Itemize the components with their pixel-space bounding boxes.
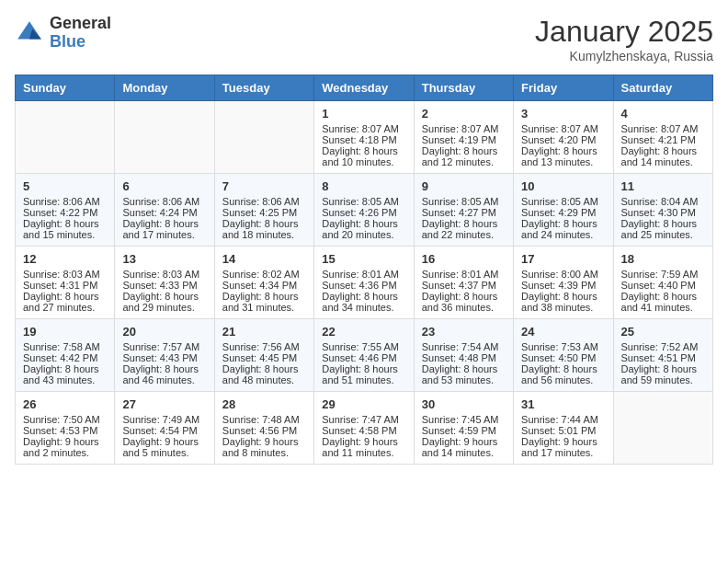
calendar-week-row: 12Sunrise: 8:03 AMSunset: 4:31 PMDayligh… [16,247,713,319]
day-content-line: and 14 minutes. [422,447,506,458]
day-number: 23 [422,325,506,339]
day-content-line: Sunrise: 8:01 AM [322,269,405,280]
day-number: 24 [521,325,605,339]
calendar-cell: 16Sunrise: 8:01 AMSunset: 4:37 PMDayligh… [414,247,513,319]
day-content-line: Daylight: 8 hours [422,218,506,229]
day-content-line: Sunrise: 7:58 AM [23,341,107,352]
day-content-line: Sunset: 4:20 PM [521,134,605,145]
calendar-week-row: 26Sunrise: 7:50 AMSunset: 4:53 PMDayligh… [16,392,713,465]
day-content-line: and 48 minutes. [222,374,306,385]
calendar-cell [16,101,115,174]
day-content-line: Sunset: 4:56 PM [222,425,306,436]
day-content-line: Sunrise: 8:06 AM [222,196,306,207]
day-content-line: Daylight: 8 hours [322,291,405,302]
day-content-line: Sunrise: 7:55 AM [322,341,405,352]
calendar-cell: 30Sunrise: 7:45 AMSunset: 4:59 PMDayligh… [414,392,513,465]
day-content-line: and 59 minutes. [621,374,705,385]
day-number: 6 [122,179,206,193]
day-content-line: Sunset: 4:33 PM [122,280,206,291]
day-number: 15 [322,252,405,266]
day-content-line: Sunrise: 8:05 AM [422,196,506,207]
calendar-cell: 25Sunrise: 7:52 AMSunset: 4:51 PMDayligh… [613,319,712,392]
calendar-cell: 10Sunrise: 8:05 AMSunset: 4:29 PMDayligh… [514,174,613,247]
day-content-line: and 53 minutes. [422,374,506,385]
day-content-line: Sunrise: 7:53 AM [521,341,605,352]
calendar-cell: 11Sunrise: 8:04 AMSunset: 4:30 PMDayligh… [613,174,712,247]
day-content-line: Sunset: 4:26 PM [322,207,405,218]
calendar-cell: 7Sunrise: 8:06 AMSunset: 4:25 PMDaylight… [214,174,313,247]
day-content-line: Daylight: 8 hours [621,145,705,156]
day-content-line: Sunrise: 8:03 AM [122,269,206,280]
day-content-line: Sunrise: 8:07 AM [521,123,605,134]
day-content-line: Daylight: 9 hours [322,436,405,447]
day-content-line: Daylight: 9 hours [122,436,206,447]
day-content-line: Sunrise: 7:59 AM [621,269,705,280]
day-content-line: Sunset: 4:27 PM [422,207,506,218]
calendar-cell: 22Sunrise: 7:55 AMSunset: 4:46 PMDayligh… [314,319,414,392]
day-content-line: Daylight: 8 hours [521,145,605,156]
day-content-line: and 2 minutes. [23,447,107,458]
calendar-cell: 15Sunrise: 8:01 AMSunset: 4:36 PMDayligh… [314,247,414,319]
logo: General Blue [15,15,111,52]
day-content-line: and 41 minutes. [621,302,705,313]
calendar-cell: 26Sunrise: 7:50 AMSunset: 4:53 PMDayligh… [16,392,115,465]
day-content-line: Daylight: 8 hours [521,291,605,302]
calendar-week-row: 1Sunrise: 8:07 AMSunset: 4:18 PMDaylight… [16,101,713,174]
day-number: 7 [222,179,306,193]
day-content-line: Sunset: 4:59 PM [422,425,506,436]
day-content-line: Sunrise: 7:47 AM [322,414,405,425]
day-content-line: and 31 minutes. [222,302,306,313]
day-content-line: Daylight: 8 hours [322,145,405,156]
calendar-cell: 1Sunrise: 8:07 AMSunset: 4:18 PMDaylight… [314,101,414,174]
day-content-line: Sunrise: 7:54 AM [422,341,506,352]
day-number: 18 [621,252,705,266]
day-content-line: and 22 minutes. [422,229,506,240]
day-content-line: Sunset: 4:18 PM [322,134,405,145]
calendar-cell: 29Sunrise: 7:47 AMSunset: 4:58 PMDayligh… [314,392,414,465]
day-content-line: and 13 minutes. [521,156,605,167]
day-number: 27 [122,397,206,411]
calendar-cell: 13Sunrise: 8:03 AMSunset: 4:33 PMDayligh… [115,247,214,319]
day-number: 17 [521,252,605,266]
day-content-line: Sunset: 4:48 PM [422,352,506,363]
day-content-line: Sunset: 4:30 PM [621,207,705,218]
day-content-line: Daylight: 8 hours [621,291,705,302]
day-content-line: Sunset: 4:25 PM [222,207,306,218]
day-content-line: Daylight: 8 hours [621,363,705,374]
day-number: 16 [422,252,506,266]
day-content-line: Sunrise: 8:01 AM [422,269,506,280]
weekday-header-monday: Monday [115,75,214,101]
logo-text: General Blue [50,15,111,52]
calendar-week-row: 19Sunrise: 7:58 AMSunset: 4:42 PMDayligh… [16,319,713,392]
calendar-cell: 31Sunrise: 7:44 AMSunset: 5:01 PMDayligh… [514,392,613,465]
day-content-line: Daylight: 8 hours [422,145,506,156]
day-content-line: Sunset: 4:58 PM [322,425,405,436]
calendar-cell: 3Sunrise: 8:07 AMSunset: 4:20 PMDaylight… [514,101,613,174]
day-content-line: Daylight: 8 hours [521,218,605,229]
day-number: 20 [122,325,206,339]
day-content-line: Daylight: 8 hours [222,291,306,302]
calendar-cell: 6Sunrise: 8:06 AMSunset: 4:24 PMDaylight… [115,174,214,247]
day-number: 31 [521,397,605,411]
day-content-line: and 17 minutes. [122,229,206,240]
day-content-line: Daylight: 9 hours [222,436,306,447]
logo-blue: Blue [50,32,85,51]
calendar-cell: 19Sunrise: 7:58 AMSunset: 4:42 PMDayligh… [16,319,115,392]
day-content-line: Sunset: 4:42 PM [23,352,107,363]
day-number: 21 [222,325,306,339]
day-number: 3 [521,107,605,121]
calendar-cell: 9Sunrise: 8:05 AMSunset: 4:27 PMDaylight… [414,174,513,247]
day-content-line: and 46 minutes. [122,374,206,385]
calendar-cell: 27Sunrise: 7:49 AMSunset: 4:54 PMDayligh… [115,392,214,465]
weekday-header-row: SundayMondayTuesdayWednesdayThursdayFrid… [16,75,713,101]
calendar-cell: 5Sunrise: 8:06 AMSunset: 4:22 PMDaylight… [16,174,115,247]
weekday-header-sunday: Sunday [16,75,115,101]
day-content-line: Sunset: 4:29 PM [521,207,605,218]
day-content-line: Sunset: 4:45 PM [222,352,306,363]
weekday-header-thursday: Thursday [414,75,513,101]
day-number: 25 [621,325,705,339]
day-number: 13 [122,252,206,266]
day-content-line: Sunrise: 7:44 AM [521,414,605,425]
day-content-line: Sunset: 4:53 PM [23,425,107,436]
calendar-cell: 12Sunrise: 8:03 AMSunset: 4:31 PMDayligh… [16,247,115,319]
